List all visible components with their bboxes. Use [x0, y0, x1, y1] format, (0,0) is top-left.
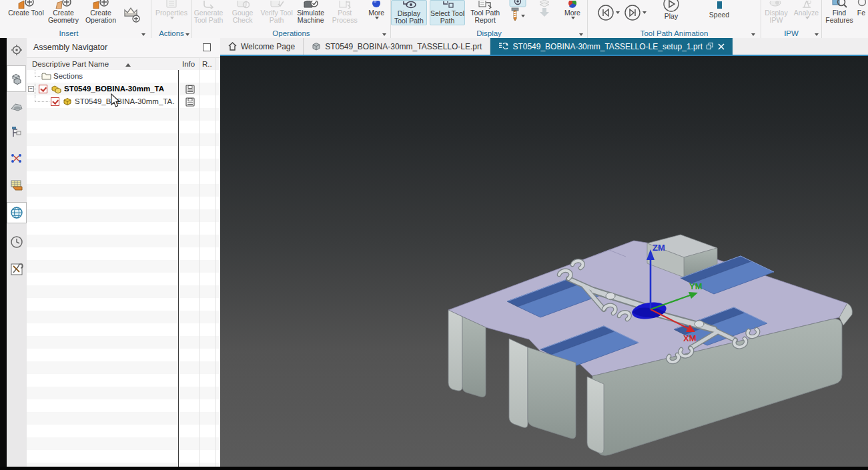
axis-y-label: YM	[689, 281, 703, 291]
assembly-checkbox[interactable]	[39, 85, 47, 93]
back-bar-left-face	[448, 310, 462, 391]
ribbon-group-display: Display Tool Path Select Tool Path Tool …	[391, 0, 588, 38]
skip-to-end-button[interactable]	[624, 4, 646, 21]
gouge-check-button[interactable]: Gouge Check	[226, 0, 259, 24]
column-grid-line[interactable]	[178, 70, 179, 467]
operation-navigator-icon[interactable]	[8, 150, 25, 167]
machine-tool-navigator-icon[interactable]	[8, 177, 25, 194]
pie-icon	[568, 0, 577, 9]
create-tool-button[interactable]: Create Tool	[8, 0, 44, 17]
truncated-icon	[857, 0, 866, 9]
column-separator[interactable]	[215, 57, 215, 467]
group-dropdown-operations[interactable]	[382, 33, 386, 36]
tab-setup-label: ST0549_BOBINA-30mm_TASSELLO-LE_setup_1.p…	[512, 42, 703, 51]
create-tool-icon	[18, 0, 34, 9]
verify-tool-path-button[interactable]: Verify Tool Path	[260, 0, 293, 24]
select-tool-path-button[interactable]: Select Tool Path	[430, 0, 466, 25]
home-icon	[228, 42, 237, 51]
group-dropdown-ipw[interactable]	[815, 33, 819, 36]
find-features-button[interactable]: Find Features	[822, 0, 857, 24]
tool-path-report-button[interactable]: Tool Path Report	[468, 0, 502, 24]
ribbon: Create Tool Create Geometry Create Opera…	[0, 0, 868, 39]
display-ipw-button[interactable]: Display IPW	[761, 0, 791, 24]
panel-title: Assembly Navigator	[33, 43, 107, 52]
history-icon[interactable]	[8, 233, 25, 251]
properties-dropdown-icon	[170, 17, 174, 19]
properties-button[interactable]: Properties	[152, 0, 191, 19]
properties-label: Properties	[155, 9, 187, 17]
tool-display-dropdown-icon	[521, 15, 525, 17]
group-label-ipw: IPW	[761, 29, 821, 37]
sort-ascending-icon	[125, 63, 131, 67]
back-bar-front-face	[462, 317, 486, 397]
panel-column-header[interactable]: Descriptive Part Name Info R..	[27, 57, 220, 71]
display-tool-path-icon	[402, 1, 416, 9]
group-dropdown-display[interactable]	[579, 33, 583, 36]
verify-tool-path-icon	[270, 0, 284, 9]
create-geometry-button[interactable]: Create Geometry	[45, 0, 81, 24]
axis-x-label: XM	[683, 333, 697, 343]
tab-part-file[interactable]: ST0549_BOBINA-30mm_TASSELLO-LE.prt	[304, 38, 490, 55]
speed-slider[interactable]: Speed	[704, 0, 735, 19]
3d-viewport[interactable]: ZM YM XM	[220, 56, 868, 467]
group-dropdown-animation[interactable]	[751, 33, 755, 36]
display-more-button[interactable]: More	[558, 0, 587, 19]
play-button[interactable]: Play	[656, 0, 687, 20]
tree-row-assembly-root[interactable]: − ST0549_BOBINA-30mm_TAS...	[27, 83, 220, 95]
skip-to-start-icon	[597, 4, 614, 21]
roles-gear-icon[interactable]	[8, 41, 25, 59]
column-name[interactable]: Descriptive Part Name	[32, 60, 109, 68]
create-geometry-label: Create Geometry	[45, 9, 81, 24]
select-tool-path-icon	[441, 1, 454, 9]
assembly-part-icon	[51, 84, 61, 94]
generate-tool-path-icon	[202, 0, 215, 9]
layers-button[interactable]	[533, 0, 555, 20]
group-label-operations: Operations	[192, 29, 390, 37]
assembly-navigator-icon[interactable]	[8, 70, 25, 87]
post-process-button[interactable]: Post Process	[328, 0, 361, 24]
tab-setup-file-active[interactable]: ST0549_BOBINA-30mm_TASSELLO-LE_setup_1.p…	[490, 38, 733, 55]
tree-label-sections: Sections	[53, 72, 83, 80]
simulate-machine-button[interactable]: Simulate Machine	[294, 0, 327, 24]
analyze-ipw-button[interactable]: Analyze	[791, 0, 821, 19]
ribbon-group-find: Find Features Fe	[822, 0, 868, 38]
analyze-icon	[801, 0, 813, 9]
truncated-button[interactable]: Fe	[857, 0, 866, 17]
column-r[interactable]: R..	[202, 60, 212, 68]
mouse-cursor	[110, 93, 121, 108]
tree-label-component: ST0549_BOBINA-30mm_TA...	[75, 97, 175, 105]
skip-to-end-icon	[624, 4, 641, 21]
skip-to-start-button[interactable]	[597, 4, 620, 21]
group-dropdown-actions[interactable]	[185, 33, 189, 36]
skip-end-dropdown-icon	[642, 11, 646, 14]
generate-tool-path-button[interactable]: Generate Tool Path	[192, 0, 225, 24]
tab-restore-icon[interactable]	[707, 43, 714, 50]
web-browser-icon[interactable]	[7, 202, 27, 223]
tree-row-component[interactable]: ST0549_BOBINA-30mm_TA...	[27, 95, 220, 108]
panel-pin-icon[interactable]	[203, 43, 211, 51]
tab-welcome-page[interactable]: Welcome Page	[220, 38, 304, 55]
part-navigator-icon[interactable]	[8, 123, 25, 141]
tree-expander-icon[interactable]: −	[28, 86, 34, 92]
display-more-dropdown-icon	[571, 17, 575, 19]
part-icon	[312, 42, 321, 51]
create-operation-button[interactable]: Create Operation	[83, 0, 119, 24]
panel-title-bar: Assembly Navigator	[27, 38, 220, 57]
component-checkbox[interactable]	[51, 97, 59, 106]
program-order-button[interactable]	[120, 0, 143, 23]
navigator-tree: Sections − ST0549_BOBINA-30mm_TAS... ST0…	[27, 70, 220, 467]
operations-more-button[interactable]: More	[362, 0, 390, 19]
tab-welcome-label: Welcome Page	[241, 42, 295, 51]
column-info[interactable]: Info	[182, 60, 195, 68]
tools-icon[interactable]	[8, 261, 25, 278]
tool-display-button[interactable]	[505, 0, 530, 25]
create-operation-icon	[93, 0, 109, 9]
group-dropdown-insert[interactable]	[141, 33, 145, 36]
column-separator[interactable]	[199, 57, 200, 467]
display-tool-path-button[interactable]: Display Tool Path	[391, 0, 427, 25]
display-ipw-icon	[769, 0, 784, 9]
tab-close-icon[interactable]	[718, 43, 725, 50]
constraint-navigator-icon[interactable]	[8, 98, 25, 115]
create-tool-label: Create Tool	[8, 9, 44, 17]
tree-row-sections[interactable]: Sections	[27, 70, 220, 83]
